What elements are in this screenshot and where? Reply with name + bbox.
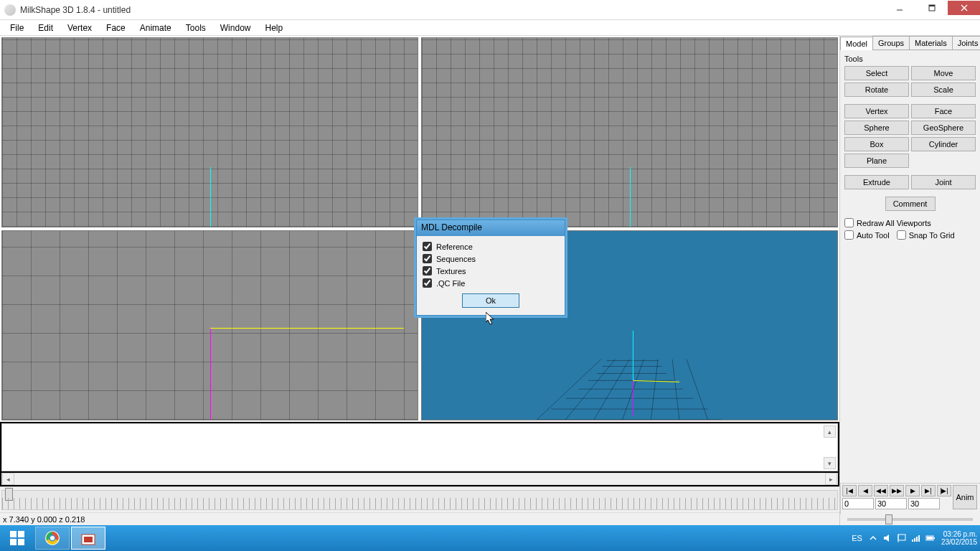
select-button[interactable]: Select <box>844 66 909 80</box>
joint-button[interactable]: Joint <box>911 175 976 189</box>
tab-joints[interactable]: Joints <box>952 36 980 50</box>
tab-groups[interactable]: Groups <box>872 36 910 50</box>
svg-rect-43 <box>927 537 933 540</box>
minimize-button[interactable] <box>883 1 915 15</box>
anim-speed-slider[interactable] <box>840 516 980 525</box>
anim-first-button[interactable]: |◀ <box>842 485 857 496</box>
side-panel: Model Groups Materials Joints Tools Sele… <box>839 36 980 525</box>
scroll-down-icon[interactable]: ▾ <box>824 457 836 469</box>
menu-tools[interactable]: Tools <box>180 22 212 34</box>
flag-icon[interactable] <box>897 533 907 543</box>
tray-up-icon[interactable] <box>868 533 878 543</box>
windows-icon <box>10 531 24 545</box>
scroll-up-icon[interactable]: ▴ <box>824 425 836 438</box>
menu-animate[interactable]: Animate <box>134 22 177 34</box>
anim-loop-button[interactable]: |▶| <box>937 485 951 496</box>
battery-icon[interactable] <box>925 533 936 543</box>
network-icon[interactable] <box>911 533 921 543</box>
anim-frame-a[interactable] <box>875 498 907 509</box>
snap-check[interactable]: Snap To Grid <box>897 230 955 240</box>
task-chrome[interactable] <box>35 527 70 550</box>
svg-rect-2 <box>929 5 935 6</box>
svg-line-11 <box>687 359 708 420</box>
anim-last-button[interactable]: ▶| <box>921 485 936 496</box>
menu-vertex[interactable]: Vertex <box>62 22 98 34</box>
app-icon <box>4 4 16 16</box>
svg-rect-27 <box>18 539 24 545</box>
scroll-left-icon[interactable]: ◂ <box>2 473 14 485</box>
svg-rect-25 <box>18 531 24 537</box>
titlebar: MilkShape 3D 1.8.4 - untitled <box>0 0 980 20</box>
viewport-top-left[interactable] <box>1 37 418 227</box>
svg-rect-40 <box>918 535 920 542</box>
window-buttons <box>883 0 980 20</box>
menubar: File Edit Vertex Face Animate Tools Wind… <box>0 20 980 36</box>
tab-materials[interactable]: Materials <box>909 36 953 50</box>
maximize-button[interactable] <box>915 1 948 15</box>
chrome-icon <box>44 530 60 546</box>
face-button[interactable]: Face <box>911 104 976 118</box>
svg-marker-34 <box>884 534 889 542</box>
scale-button[interactable]: Scale <box>911 83 976 97</box>
plane-button[interactable]: Plane <box>844 154 909 168</box>
move-button[interactable]: Move <box>911 66 976 80</box>
anim-toggle-button[interactable]: Anim <box>953 485 977 509</box>
start-button[interactable] <box>0 525 34 551</box>
anim-fwd-button[interactable]: ▶▶ <box>890 485 904 496</box>
geosphere-button[interactable]: GeoSphere <box>911 121 976 135</box>
redraw-check[interactable]: Redraw All Viewports <box>844 218 976 227</box>
tools-label: Tools <box>844 55 976 63</box>
lang-indicator[interactable]: ES <box>852 534 862 542</box>
panel-tabs: Model Groups Materials Joints <box>840 36 980 50</box>
status-coords: x 7.340 y 0.000 z 0.218 <box>3 515 85 524</box>
scroll-right-icon[interactable]: ▸ <box>825 473 837 485</box>
anim-rew-button[interactable]: ◀◀ <box>874 485 888 496</box>
taskbar: ES 03:26 p.m. 23/02/2015 <box>0 525 980 551</box>
log-hscroll[interactable]: ◂ ▸ <box>1 473 838 485</box>
reference-check[interactable]: Reference <box>423 242 559 251</box>
menu-help[interactable]: Help <box>259 22 288 34</box>
ok-button[interactable]: Ok <box>462 293 519 308</box>
anim-frame-b[interactable] <box>908 498 940 509</box>
anim-next-button[interactable]: ▶ <box>905 485 920 496</box>
svg-rect-39 <box>916 537 918 542</box>
menu-edit[interactable]: Edit <box>32 22 59 34</box>
anim-prev-button[interactable]: ◀ <box>858 485 872 496</box>
box-button[interactable]: Box <box>844 137 909 151</box>
sequences-check[interactable]: Sequences <box>423 254 559 263</box>
svg-point-31 <box>50 536 55 540</box>
timeline <box>0 486 839 512</box>
vertex-button[interactable]: Vertex <box>844 104 909 118</box>
svg-rect-38 <box>914 538 915 542</box>
timeline-track[interactable] <box>1 490 838 510</box>
autotool-check[interactable]: Auto Tool <box>844 230 890 240</box>
viewport-top-right[interactable] <box>421 37 838 227</box>
close-button[interactable] <box>948 1 980 15</box>
task-milkshape[interactable] <box>71 527 105 550</box>
sphere-button[interactable]: Sphere <box>844 121 909 135</box>
milkshape-icon <box>80 530 96 546</box>
svg-rect-37 <box>912 540 913 542</box>
rotate-button[interactable]: Rotate <box>844 83 909 97</box>
menu-file[interactable]: File <box>4 22 29 34</box>
viewport-bottom-left[interactable] <box>1 230 418 420</box>
clock[interactable]: 03:26 p.m. 23/02/2015 <box>941 530 977 546</box>
svg-rect-35 <box>898 534 905 540</box>
anim-frame-start[interactable] <box>842 498 874 509</box>
menu-face[interactable]: Face <box>100 22 131 34</box>
qcfile-check[interactable]: .QC File <box>423 278 559 288</box>
textures-check[interactable]: Textures <box>423 266 559 276</box>
volume-icon[interactable] <box>882 533 892 543</box>
cylinder-button[interactable]: Cylinder <box>911 137 976 151</box>
system-tray: ES 03:26 p.m. 23/02/2015 <box>852 530 980 546</box>
log-scrollbar[interactable]: ▴ ▾ <box>824 425 836 469</box>
svg-rect-26 <box>10 539 17 545</box>
extrude-button[interactable]: Extrude <box>844 175 909 189</box>
dialog-title[interactable]: MDL Decompile <box>417 220 565 236</box>
tab-model[interactable]: Model <box>840 37 873 50</box>
svg-rect-42 <box>933 537 935 539</box>
comment-button[interactable]: Comment <box>885 197 936 211</box>
menu-window[interactable]: Window <box>215 22 257 34</box>
log-area: ▴ ▾ <box>1 423 838 471</box>
svg-rect-24 <box>10 531 17 537</box>
